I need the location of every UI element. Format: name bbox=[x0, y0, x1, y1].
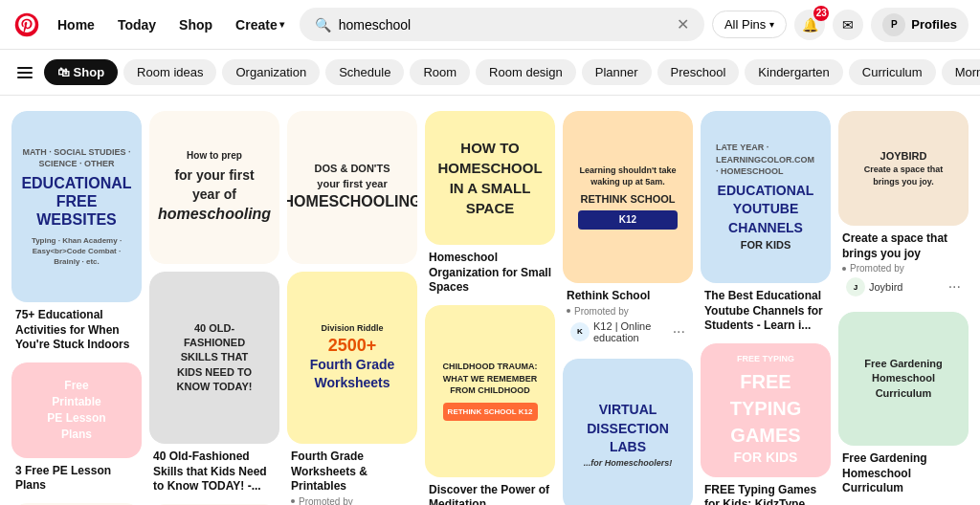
filter-morning-basket[interactable]: Morning basket bbox=[942, 59, 980, 85]
search-bar: 🔍 ✕ bbox=[300, 8, 704, 41]
pin-card[interactable]: Free Gardening Homeschool Curriculum Fre… bbox=[838, 312, 969, 498]
pin-info: Homeschool Organization for Small Spaces bbox=[425, 245, 555, 297]
clear-search-button[interactable]: ✕ bbox=[677, 15, 689, 33]
search-icon: 🔍 bbox=[315, 17, 331, 33]
pin-image: FreePrintablePE LessonPlans bbox=[11, 362, 142, 458]
avatar: K bbox=[570, 322, 590, 341]
all-pins-dropdown[interactable]: All Pins ▾ bbox=[712, 11, 787, 38]
pin-image: FREE TYPING FREE TYPING GAMES FOR KIDS bbox=[701, 343, 831, 477]
pin-card[interactable]: VIRTUAL DISSECTION LABS ...for Homeschoo… bbox=[563, 359, 693, 505]
pin-card[interactable]: How to prep for your first year of homes… bbox=[149, 111, 279, 264]
pin-image: JOYBIRD Create a space that brings you j… bbox=[838, 111, 969, 226]
pin-card[interactable]: FreePrintablePE LessonPlans 3 Free PE Le… bbox=[11, 362, 142, 495]
pin-image: VIRTUAL DISSECTION LABS ...for Homeschoo… bbox=[563, 359, 693, 505]
pin-image: HOW TO HOMESCHOOL IN A SMALL SPACE bbox=[425, 111, 555, 245]
main-content: MATH · SOCIAL STUDIES · SCIENCE · OTHER … bbox=[0, 96, 980, 505]
filter-planner[interactable]: Planner bbox=[582, 59, 652, 85]
pin-info: Create a space that brings you joy Promo… bbox=[838, 226, 969, 304]
search-input[interactable] bbox=[339, 17, 669, 33]
filter-organization[interactable]: Organization bbox=[222, 59, 320, 85]
pin-card[interactable]: FREE TYPING FREE TYPING GAMES FOR KIDS F… bbox=[701, 343, 831, 505]
filter-curriculum[interactable]: Curriculum bbox=[849, 59, 936, 85]
pin-info: Fourth Grade Worksheets & Printables Pro… bbox=[287, 444, 417, 505]
pin-footer: J Joybird ··· bbox=[842, 274, 965, 302]
pin-info: FREE Typing Games for Kids: KidzType Rev… bbox=[701, 477, 831, 505]
filter-room-ideas[interactable]: Room ideas bbox=[123, 59, 216, 85]
avatar: P bbox=[882, 13, 905, 36]
pin-image: Free Gardening Homeschool Curriculum bbox=[838, 312, 969, 446]
hamburger-menu-button[interactable] bbox=[11, 61, 38, 84]
nav-create[interactable]: Create ▾ bbox=[228, 11, 292, 38]
pin-image: How to prep for your first year of homes… bbox=[149, 111, 279, 264]
nav-today[interactable]: Today bbox=[110, 11, 164, 38]
pin-image: Division Riddle 2500+ Fourth Grade Works… bbox=[287, 272, 417, 444]
more-options-button[interactable]: ··· bbox=[948, 278, 961, 296]
chevron-down-icon: ▾ bbox=[769, 19, 774, 30]
messages-button[interactable]: ✉ bbox=[833, 10, 863, 40]
pinterest-logo[interactable] bbox=[11, 10, 42, 40]
pin-info: Rethink School Promoted by K K12 | Onlin… bbox=[563, 283, 693, 351]
pin-card[interactable]: DOS & DON'TS your first year HOMESCHOOLI… bbox=[287, 111, 417, 264]
pin-info: The Best Educational Youtube Channels fo… bbox=[701, 283, 831, 336]
filter-schedule[interactable]: Schedule bbox=[325, 59, 404, 85]
pin-card[interactable]: Learning shouldn't take waking up at 5am… bbox=[563, 111, 693, 351]
filter-room-design[interactable]: Room design bbox=[476, 59, 576, 85]
pin-footer: K K12 | Online education ··· bbox=[567, 317, 689, 349]
notifications-button[interactable]: 🔔 23 bbox=[794, 10, 825, 40]
profile-button[interactable]: P Profiles bbox=[871, 8, 969, 42]
pin-info: 75+ Educational Activities for When You'… bbox=[11, 302, 142, 355]
more-options-button[interactable]: ··· bbox=[673, 323, 685, 340]
pin-info: 3 Free PE Lesson Plans bbox=[11, 458, 142, 495]
pin-image: CHILDHOOD TRAUMA: WHAT WE REMEMBER FROM … bbox=[425, 305, 555, 477]
top-nav: Home Today Shop Create ▾ 🔍 ✕ All Pins ▾ … bbox=[0, 0, 980, 50]
pin-card[interactable]: HOW TO HOMESCHOOL IN A SMALL SPACE Homes… bbox=[425, 111, 555, 297]
filter-kindergarten[interactable]: Kindergarten bbox=[745, 59, 842, 85]
avatar: J bbox=[846, 277, 865, 296]
pin-card[interactable]: LATE YEAR · LEARNINGCOLOR.COM · HOMESCHO… bbox=[701, 111, 831, 336]
chevron-down-icon: ▾ bbox=[279, 19, 284, 30]
pin-card[interactable]: CHILDHOOD TRAUMA: WHAT WE REMEMBER FROM … bbox=[425, 305, 555, 505]
pin-card[interactable]: JOYBIRD Create a space that brings you j… bbox=[838, 111, 969, 304]
pin-image: MATH · SOCIAL STUDIES · SCIENCE · OTHER … bbox=[11, 111, 142, 302]
pin-grid: MATH · SOCIAL STUDIES · SCIENCE · OTHER … bbox=[11, 111, 969, 505]
pin-card[interactable]: MATH · SOCIAL STUDIES · SCIENCE · OTHER … bbox=[11, 111, 142, 355]
filter-preschool[interactable]: Preschool bbox=[657, 59, 740, 85]
filter-nav: 🛍 Shop Room ideas Organization Schedule … bbox=[0, 50, 980, 96]
filter-room[interactable]: Room bbox=[410, 59, 470, 85]
pin-info: Free Gardening Homeschool Curriculum bbox=[838, 446, 969, 498]
pin-image: 40 OLD-FASHIONED SKILLS THAT KIDS NEED T… bbox=[149, 272, 279, 444]
nav-home[interactable]: Home bbox=[50, 11, 102, 38]
pin-card[interactable]: Division Riddle 2500+ Fourth Grade Works… bbox=[287, 272, 417, 505]
filter-shop[interactable]: 🛍 Shop bbox=[44, 59, 118, 85]
pin-info: Discover the Power of Meditation Promote… bbox=[425, 477, 555, 505]
pin-image: LATE YEAR · LEARNINGCOLOR.COM · HOMESCHO… bbox=[701, 111, 831, 283]
pin-image: DOS & DON'TS your first year HOMESCHOOLI… bbox=[287, 111, 417, 264]
nav-shop[interactable]: Shop bbox=[171, 11, 220, 38]
nav-right: All Pins ▾ 🔔 23 ✉ P Profiles bbox=[712, 8, 969, 42]
pin-image: Learning shouldn't take waking up at 5am… bbox=[563, 111, 693, 283]
pin-info: 40 Old-Fashioned Skills that Kids Need t… bbox=[149, 444, 279, 496]
pin-card[interactable]: 40 OLD-FASHIONED SKILLS THAT KIDS NEED T… bbox=[149, 272, 279, 496]
